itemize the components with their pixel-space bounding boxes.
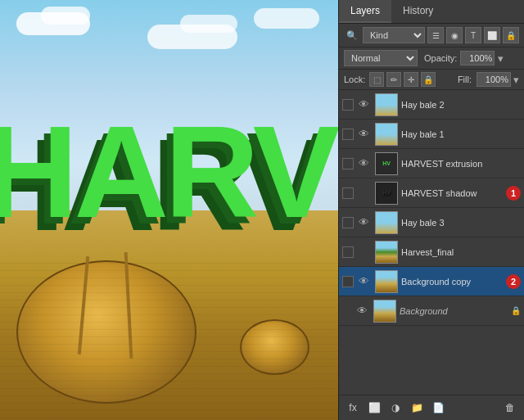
layer-visibility-checkbox[interactable] (342, 99, 354, 111)
layer-thumbnail (375, 182, 398, 205)
layer-name: Harvest_final (401, 247, 521, 257)
layer-mask-btn[interactable]: ⬜ (365, 399, 383, 417)
filter-type-btn[interactable]: T (465, 27, 481, 43)
layer-name: Hay bale 1 (401, 129, 521, 139)
layer-name: Background (400, 306, 509, 316)
bottom-toolbar: fx ⬜ ◑ 📁 📄 🗑 (339, 395, 524, 420)
layers-panel: Layers History 🔍 Kind ☰ ◉ T ⬜ 🔒 Normal O… (338, 0, 524, 420)
lock-transparent-btn[interactable]: ⬚ (369, 72, 384, 87)
canvas-text: HARV (0, 106, 336, 237)
layer-eye-icon[interactable]: 👁 (355, 126, 372, 142)
layer-name: HARVEST shadow (401, 188, 504, 198)
layer-fx-btn[interactable]: fx (344, 399, 362, 417)
tab-layers[interactable]: Layers (339, 0, 391, 23)
layer-lock-icon: 🔒 (511, 306, 521, 315)
layer-row[interactable]: 👁 Harvest_final (339, 237, 524, 267)
layer-badge-2: 2 (506, 274, 521, 289)
filter-pixel-btn[interactable]: ☰ (427, 27, 444, 43)
hay-bale-small (240, 319, 309, 375)
hay-bale-large (16, 260, 196, 404)
fill-chevron[interactable]: ▾ (513, 74, 519, 86)
fill-label: Fill: (458, 75, 472, 84)
layer-row[interactable]: 👁 HARVEST extrusion (339, 149, 524, 178)
lock-all-btn[interactable]: 🔒 (421, 72, 436, 87)
layer-adjustment-btn[interactable]: ◑ (386, 399, 404, 417)
search-icon: 🔍 (344, 29, 360, 42)
layer-name: Background copy (401, 277, 504, 287)
layer-visibility-checkbox[interactable] (342, 217, 354, 228)
layer-row[interactable]: 👁 Hay bale 1 (339, 120, 524, 149)
kind-dropdown[interactable]: Kind (363, 27, 425, 43)
filter-adjust-btn[interactable]: ◉ (446, 27, 463, 43)
new-layer-btn[interactable]: 📄 (429, 399, 447, 417)
blend-opacity-row: Normal Opacity: ▾ (339, 47, 524, 70)
layer-eye-icon[interactable]: 👁 (355, 244, 372, 260)
cloud-4 (180, 15, 237, 33)
layer-thumbnail (373, 300, 396, 323)
layer-eye-icon[interactable]: 👁 (355, 215, 372, 231)
opacity-chevron[interactable]: ▾ (498, 52, 504, 65)
layer-eye-icon[interactable]: 👁 (355, 156, 372, 172)
layer-row[interactable]: 👁 Background copy 2 (339, 267, 524, 296)
layer-visibility-checkbox[interactable] (342, 276, 354, 287)
panel-tabs: Layers History (339, 0, 524, 24)
layer-visibility-checkbox[interactable] (342, 158, 354, 169)
cloud-2 (41, 7, 90, 25)
layer-eye-icon[interactable]: 👁 (355, 97, 372, 113)
kind-filter-row: 🔍 Kind ☰ ◉ T ⬜ 🔒 (339, 24, 524, 47)
layer-thumbnail (375, 241, 398, 264)
layer-visibility-checkbox[interactable] (342, 129, 354, 140)
layer-thumbnail (375, 270, 398, 293)
fill-input[interactable] (477, 72, 511, 87)
layer-name: Hay bale 2 (401, 100, 521, 110)
filter-lock-btn[interactable]: 🔒 (503, 27, 519, 43)
layer-eye-icon[interactable]: 👁 (355, 185, 372, 201)
lock-image-btn[interactable]: ✏ (386, 72, 401, 87)
cloud-5 (254, 8, 319, 29)
layer-row[interactable]: 👁 Background 🔒 (339, 296, 524, 326)
layer-name: HARVEST extrusion (401, 159, 521, 169)
canvas: HARV (0, 0, 338, 420)
layer-row[interactable]: 👁 Hay bale 3 (339, 208, 524, 237)
layer-eye-icon[interactable]: 👁 (354, 303, 370, 319)
lock-position-btn[interactable]: ✛ (404, 72, 418, 87)
layer-visibility-checkbox[interactable] (342, 187, 354, 199)
layers-list: 👁 Hay bale 2 👁 Hay bale 1 👁 HARVEST extr… (339, 90, 524, 395)
filter-shape-btn[interactable]: ⬜ (484, 27, 500, 43)
delete-layer-btn[interactable]: 🗑 (501, 399, 519, 417)
lock-label: Lock: (344, 75, 365, 84)
opacity-input[interactable] (460, 51, 495, 65)
layer-thumbnail (375, 123, 398, 146)
tab-history[interactable]: History (391, 0, 445, 23)
layer-thumbnail (375, 211, 398, 234)
layer-row[interactable]: 👁 Hay bale 2 (339, 90, 524, 120)
layer-row[interactable]: 👁 HARVEST shadow 1 (339, 178, 524, 208)
layer-thumbnail (375, 93, 398, 116)
opacity-label: Opacity: (424, 53, 457, 63)
layer-name: Hay bale 3 (401, 218, 521, 228)
blend-mode-dropdown[interactable]: Normal (344, 50, 418, 66)
lock-fill-row: Lock: ⬚ ✏ ✛ 🔒 Fill: ▾ (339, 70, 524, 90)
layer-thumbnail (375, 152, 398, 175)
layer-group-btn[interactable]: 📁 (408, 399, 426, 417)
layer-badge-1: 1 (506, 186, 521, 201)
layer-visibility-checkbox[interactable] (342, 246, 354, 258)
layer-eye-icon[interactable]: 👁 (355, 273, 372, 290)
